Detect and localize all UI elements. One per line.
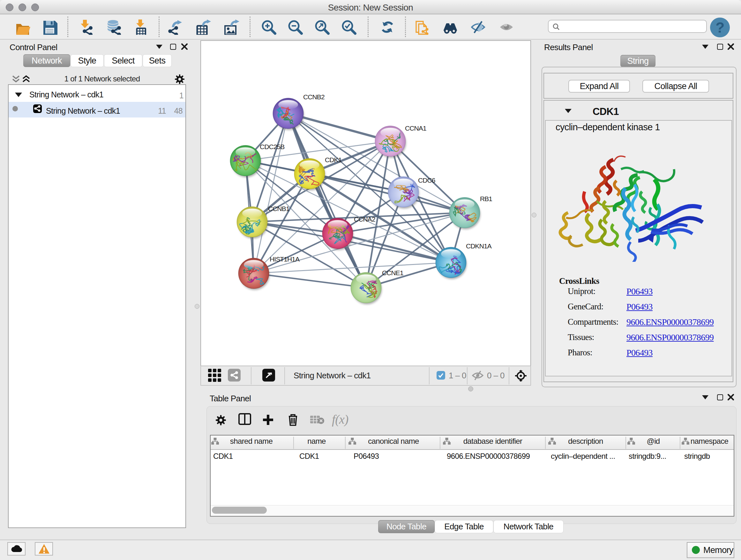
svg-text:CDK1: CDK1 [325,156,342,164]
svg-text:HIST1H1A: HIST1H1A [270,255,300,263]
svg-text:RB1: RB1 [480,195,492,202]
svg-text:CCNA1: CCNA1 [405,125,426,132]
svg-text:CCNB1: CCNB1 [268,205,289,212]
svg-text:CCNB2: CCNB2 [303,93,325,101]
svg-text:CCNE1: CCNE1 [382,269,403,276]
svg-text:CDC6: CDC6 [418,177,435,184]
svg-text:CDC25B: CDC25B [260,143,284,150]
svg-text:CDKN1A: CDKN1A [466,242,492,250]
svg-text:CCNA2: CCNA2 [354,215,375,223]
